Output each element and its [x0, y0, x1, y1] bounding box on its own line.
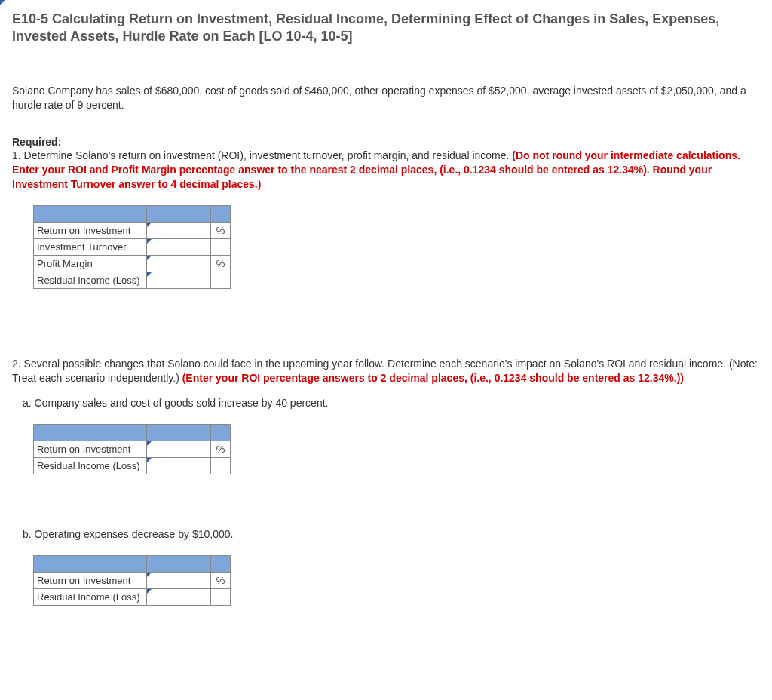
page-title: E10-5 Calculating Return on Investment, …: [12, 11, 760, 46]
table-row: Investment Turnover: [34, 239, 231, 256]
unit-label: %: [211, 441, 231, 457]
q2a-label: a. Company sales and cost of goods sold …: [12, 396, 760, 410]
unit-label: [211, 588, 231, 605]
q2b-label: b. Operating expenses decrease by $10,00…: [12, 527, 760, 542]
table-row: Profit Margin %: [34, 256, 231, 272]
answer-input-profit-margin[interactable]: [147, 256, 211, 272]
table-row: Return on Investment %: [34, 441, 231, 457]
answer-input-residual-income-2a[interactable]: [147, 457, 211, 474]
row-label: Profit Margin: [34, 256, 147, 272]
answer-input-residual-income[interactable]: [147, 272, 211, 289]
table-row: Residual Income (Loss): [34, 457, 231, 474]
row-label: Return on Investment: [34, 223, 147, 239]
problem-intro: Solano Company has sales of $680,000, co…: [12, 84, 760, 112]
required-label: Required:: [12, 136, 61, 148]
unit-label: [211, 457, 231, 474]
answer-table-q2a: Return on Investment % Residual Income (…: [33, 424, 231, 474]
row-label: Investment Turnover: [34, 239, 147, 256]
table-header-row: [34, 424, 231, 441]
table-row: Residual Income (Loss): [34, 588, 231, 605]
answer-input-roi[interactable]: [147, 223, 211, 239]
q2-instructions: (Enter your ROI percentage answers to 2 …: [182, 372, 684, 384]
row-label: Return on Investment: [34, 441, 147, 457]
unit-label: %: [211, 256, 231, 272]
answer-input-roi-2b[interactable]: [147, 572, 211, 588]
row-label: Residual Income (Loss): [34, 272, 147, 289]
answer-input-roi-2a[interactable]: [147, 441, 211, 457]
row-label: Residual Income (Loss): [34, 457, 147, 474]
q1-text: 1. Determine Solano's return on investme…: [12, 149, 512, 161]
unit-label: %: [211, 572, 231, 588]
answer-table-q2b: Return on Investment % Residual Income (…: [33, 555, 231, 606]
table-row: Return on Investment %: [34, 223, 231, 239]
answer-input-investment-turnover[interactable]: [147, 239, 211, 256]
unit-label: %: [211, 223, 231, 239]
row-label: Residual Income (Loss): [34, 588, 147, 605]
table-row: Residual Income (Loss): [34, 272, 231, 289]
unit-label: [211, 239, 231, 256]
row-label: Return on Investment: [34, 572, 147, 588]
table-row: Return on Investment %: [34, 572, 231, 588]
answer-input-residual-income-2b[interactable]: [147, 588, 211, 605]
table-header-row: [34, 206, 231, 223]
answer-table-q1: Return on Investment % Investment Turnov…: [33, 205, 231, 289]
table-header-row: [34, 555, 231, 572]
unit-label: [211, 272, 231, 289]
